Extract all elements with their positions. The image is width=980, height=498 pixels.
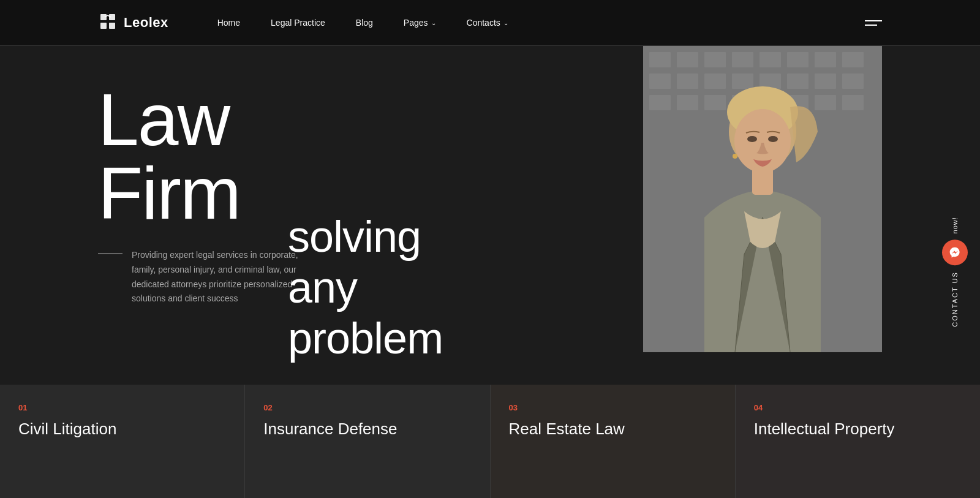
pages-chevron: ⌄ — [431, 20, 436, 26]
hero-title: Law Firm — [98, 83, 309, 230]
hero-description-block: Providing expert legal services in corpo… — [98, 248, 309, 306]
hero-content: Law Firm Providing expert legal services… — [98, 83, 309, 306]
svg-rect-11 — [787, 52, 809, 67]
card-intellectual-property[interactable]: 04 Intellectual Property — [736, 385, 980, 498]
card-insurance-defense[interactable]: 02 Insurance Defense — [245, 385, 490, 498]
logo-text: Leolex — [124, 15, 168, 31]
hero-section: Law Firm Providing expert legal services… — [0, 46, 980, 498]
bottom-cards: 01 Civil Litigation 02 Insurance Defense… — [0, 385, 980, 498]
contact-now-label: now! — [951, 217, 959, 233]
svg-rect-12 — [815, 52, 836, 67]
card-3-title: Real Estate Law — [509, 420, 717, 439]
svg-rect-9 — [732, 52, 753, 67]
hero-description: Providing expert legal services in corpo… — [132, 248, 309, 306]
svg-rect-0 — [100, 14, 107, 20]
svg-rect-15 — [677, 74, 698, 89]
svg-rect-20 — [815, 74, 836, 89]
svg-rect-19 — [787, 74, 809, 89]
nav-legal-practice[interactable]: Legal Practice — [271, 18, 325, 28]
nav-pages[interactable]: Pages ⌄ — [404, 18, 436, 28]
hero-divider-line — [98, 253, 123, 254]
nav-blog[interactable]: Blog — [356, 18, 373, 28]
navbar: Leolex Home Legal Practice Blog Pages ⌄ … — [0, 0, 980, 46]
card-1-number: 01 — [18, 403, 226, 412]
svg-point-34 — [733, 154, 737, 159]
card-4-number: 04 — [754, 403, 962, 412]
logo-icon — [98, 13, 118, 32]
svg-rect-22 — [649, 95, 671, 110]
card-2-title: Insurance Defense — [263, 420, 471, 439]
contact-sidebar: now! Contact us — [942, 217, 968, 327]
card-1-title: Civil Litigation — [18, 420, 226, 439]
svg-rect-28 — [815, 95, 836, 110]
contacts-chevron: ⌄ — [503, 20, 508, 26]
svg-rect-17 — [732, 74, 753, 89]
hero-tagline: solving any problem — [288, 211, 443, 363]
svg-rect-13 — [842, 52, 864, 67]
svg-point-35 — [747, 136, 757, 142]
svg-point-36 — [768, 136, 778, 142]
card-2-number: 02 — [263, 403, 471, 412]
svg-rect-6 — [649, 52, 671, 67]
nav-contacts[interactable]: Contacts ⌄ — [467, 18, 508, 28]
hamburger-line-2 — [865, 25, 877, 26]
card-4-title: Intellectual Property — [754, 420, 962, 439]
svg-rect-23 — [677, 95, 698, 110]
messenger-icon — [949, 246, 961, 258]
contact-messenger-button[interactable] — [942, 240, 968, 265]
hero-photo — [643, 46, 882, 352]
svg-rect-29 — [842, 95, 864, 110]
contact-us-label: Contact us — [951, 271, 959, 327]
svg-rect-16 — [704, 74, 726, 89]
svg-rect-14 — [649, 74, 671, 89]
svg-rect-1 — [109, 14, 115, 20]
hamburger-line-1 — [865, 20, 882, 21]
svg-rect-2 — [100, 23, 107, 29]
svg-rect-24 — [704, 95, 726, 110]
nav-home[interactable]: Home — [217, 18, 240, 28]
hamburger-menu[interactable] — [865, 20, 882, 26]
card-real-estate-law[interactable]: 03 Real Estate Law — [491, 385, 736, 498]
svg-rect-33 — [752, 167, 773, 195]
svg-rect-3 — [109, 23, 115, 29]
svg-rect-10 — [760, 52, 781, 67]
nav-links: Home Legal Practice Blog Pages ⌄ Contact… — [217, 18, 865, 28]
svg-rect-7 — [677, 52, 698, 67]
svg-rect-21 — [842, 74, 864, 89]
svg-rect-8 — [704, 52, 726, 67]
card-civil-litigation[interactable]: 01 Civil Litigation — [0, 385, 245, 498]
card-3-number: 03 — [509, 403, 717, 412]
logo[interactable]: Leolex — [98, 13, 168, 32]
